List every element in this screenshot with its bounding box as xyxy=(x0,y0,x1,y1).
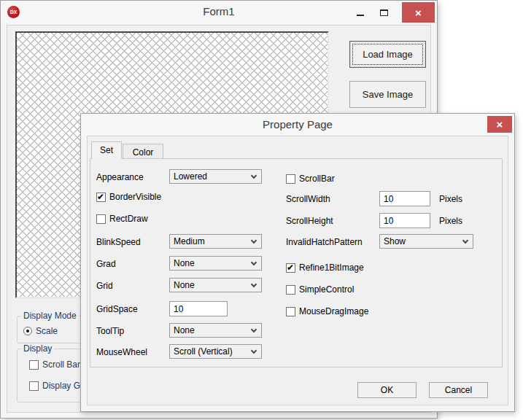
checkbox-icon xyxy=(286,174,295,184)
grid-space-input[interactable] xyxy=(169,301,228,316)
grid-label: Grid xyxy=(96,281,113,291)
ok-button[interactable]: OK xyxy=(357,382,417,398)
form1-close-button[interactable]: × xyxy=(402,2,435,23)
border-visible-label: BorderVisible xyxy=(109,192,161,202)
mouse-drag-image-label: MouseDragImage xyxy=(299,306,368,316)
checkbox-icon xyxy=(96,192,106,202)
tab-color[interactable]: Color xyxy=(123,144,163,158)
grad-label: Grad xyxy=(96,259,116,269)
minimize-button[interactable] xyxy=(349,2,371,23)
tab-set[interactable]: Set xyxy=(91,141,122,159)
display-group-caption: Display xyxy=(21,343,54,354)
tool-tip-label: ToolTip xyxy=(96,326,124,336)
dialog-titlebar[interactable]: Property Page × xyxy=(81,114,514,136)
radio-icon xyxy=(23,327,32,335)
checkbox-icon xyxy=(286,285,295,295)
cancel-button[interactable]: Cancel xyxy=(429,382,488,398)
scroll-height-unit: Pixels xyxy=(439,216,462,226)
invalid-hatch-pattern-dropdown[interactable]: Show xyxy=(379,234,473,249)
scroll-bar-checkbox[interactable]: Scroll Bar xyxy=(29,359,80,370)
mouse-wheel-dropdown[interactable]: Scroll (Vertical) xyxy=(169,344,262,359)
blink-speed-value: Medium xyxy=(170,235,261,248)
border-visible-checkbox[interactable]: BorderVisible xyxy=(96,192,161,202)
invalid-hatch-pattern-value: Show xyxy=(380,235,473,248)
maximize-button[interactable] xyxy=(372,2,395,23)
close-icon: × xyxy=(415,7,422,18)
grid-space-label: GridSpace xyxy=(96,304,138,314)
checkbox-icon xyxy=(286,307,295,316)
tool-tip-dropdown[interactable]: None xyxy=(169,323,262,338)
grid-value: None xyxy=(170,279,261,292)
set-tab-page: Appearance Lowered BorderVisible RectDra… xyxy=(90,158,503,368)
scale-radio[interactable]: Scale xyxy=(23,326,58,336)
save-image-button[interactable]: Save Image xyxy=(349,81,426,108)
scroll-bar-property-label: ScrollBar xyxy=(299,174,335,184)
grid-dropdown[interactable]: None xyxy=(169,278,262,292)
appearance-label: Appearance xyxy=(96,172,144,182)
display-mode-group-caption: Display Mode xyxy=(21,311,79,321)
scroll-bar-checkbox-label: Scroll Bar xyxy=(42,359,80,370)
scroll-width-unit: Pixels xyxy=(439,194,462,204)
grad-dropdown[interactable]: None xyxy=(169,256,262,271)
dialog-title: Property Page xyxy=(81,118,514,131)
scroll-height-label: ScrollHeight xyxy=(286,216,333,226)
mouse-wheel-label: MouseWheel xyxy=(96,347,147,357)
rect-draw-checkbox[interactable]: RectDraw xyxy=(96,214,148,224)
display-grid-checkbox-label: Display G xyxy=(42,381,80,391)
load-image-button[interactable]: Load Image xyxy=(349,41,426,68)
scroll-height-input[interactable] xyxy=(379,213,430,228)
appearance-value: Lowered xyxy=(170,170,261,183)
refine-1bit-image-checkbox[interactable]: Refine1BitImage xyxy=(286,262,364,273)
close-icon: × xyxy=(497,119,503,130)
mouse-wheel-value: Scroll (Vertical) xyxy=(170,345,261,358)
dialog-close-button[interactable]: × xyxy=(487,116,512,133)
scroll-width-input[interactable] xyxy=(379,191,430,206)
checkbox-icon xyxy=(286,263,295,273)
appearance-dropdown[interactable]: Lowered xyxy=(169,169,262,184)
blink-speed-dropdown[interactable]: Medium xyxy=(169,234,262,249)
invalid-hatch-pattern-label: InvalidHatchPattern xyxy=(286,237,363,247)
desktop: DX Form1 × Load Image Save Image Display… xyxy=(0,0,523,420)
simple-control-label: SimpleControl xyxy=(299,284,354,295)
tool-tip-value: None xyxy=(170,324,261,337)
blink-speed-label: BlinkSpeed xyxy=(96,237,141,247)
checkbox-icon xyxy=(96,214,106,224)
refine-1bit-image-label: Refine1BitImage xyxy=(299,262,364,273)
form1-titlebar[interactable]: DX Form1 × xyxy=(1,1,437,23)
maximize-icon xyxy=(380,9,388,16)
scroll-bar-property-checkbox[interactable]: ScrollBar xyxy=(286,174,335,184)
checkbox-icon xyxy=(29,360,39,370)
scale-radio-label: Scale xyxy=(36,326,58,336)
property-page-dialog: Property Page × Set Color Appearance Low… xyxy=(80,113,515,412)
scroll-width-label: ScrollWidth xyxy=(286,194,330,204)
grad-value: None xyxy=(170,257,261,270)
checkbox-icon xyxy=(29,381,39,391)
rect-draw-label: RectDraw xyxy=(109,214,148,224)
display-grid-checkbox[interactable]: Display G xyxy=(29,381,80,391)
simple-control-checkbox[interactable]: SimpleControl xyxy=(286,284,354,295)
minimize-icon xyxy=(357,15,364,16)
mouse-drag-image-checkbox[interactable]: MouseDragImage xyxy=(286,306,368,316)
